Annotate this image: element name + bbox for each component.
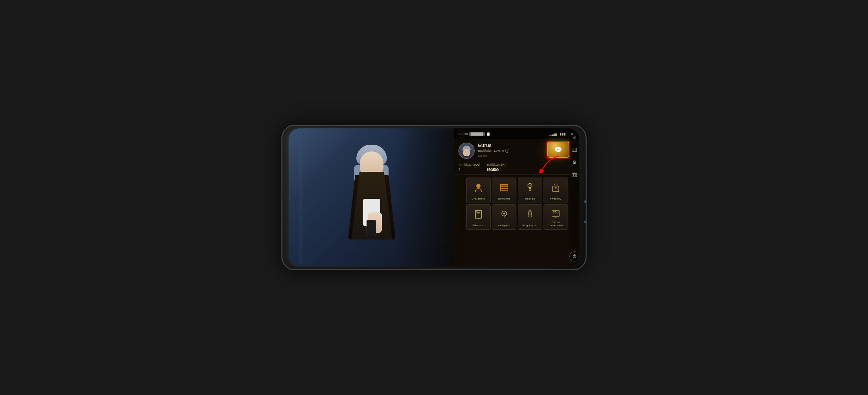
trailblaze-level-label-text: Trailblaze Level bbox=[458, 163, 480, 166]
anime-character bbox=[338, 138, 433, 267]
pillar-decoration bbox=[299, 135, 304, 264]
tutorials-icon-area bbox=[523, 181, 537, 194]
inventory-icon-area bbox=[549, 181, 563, 194]
uid-label: UID 80 bbox=[458, 132, 468, 136]
menu-item-missions[interactable]: Missions bbox=[466, 204, 491, 230]
svg-rect-4 bbox=[500, 190, 508, 191]
character-display-area bbox=[289, 128, 463, 267]
tutorials-label: Tutorials bbox=[525, 197, 535, 201]
svg-point-22 bbox=[553, 211, 554, 212]
trailblaze-level-stat: Trailblaze Level 2 bbox=[458, 163, 480, 172]
bug-report-icon-area bbox=[523, 207, 537, 221]
menu-item-inventory[interactable]: Inventory bbox=[544, 178, 568, 203]
svg-point-31 bbox=[573, 174, 575, 176]
menu-item-bug-report[interactable]: Bug Report bbox=[518, 204, 542, 230]
bookshelf-icon-area bbox=[497, 181, 511, 194]
characters-label: Characters bbox=[472, 197, 485, 201]
inventory-label: Inventory bbox=[550, 197, 561, 201]
copy-uid-icon[interactable]: 📋 bbox=[486, 132, 490, 136]
navigation-label: Navigation bbox=[498, 224, 511, 227]
menu-item-bookshelf[interactable]: Bookshelf bbox=[492, 178, 516, 203]
trailblaze-exp-label-text: Trailblaze EXP bbox=[487, 163, 507, 166]
uid-display: UID 80 ██████ 📋 bbox=[458, 132, 490, 136]
power-button[interactable]: ⏻ bbox=[569, 251, 579, 262]
battery-icon: ▮▮▮ bbox=[560, 132, 566, 136]
navigation-icon-area bbox=[497, 207, 511, 221]
volume-down-button[interactable] bbox=[281, 175, 282, 193]
communities-label: OfficialCommunities bbox=[548, 221, 564, 227]
svg-rect-8 bbox=[529, 188, 531, 190]
phone-screen: UID 80 ██████ 📋 ▁▃▅ ▮▮▮ ✕ bbox=[289, 128, 579, 267]
svg-rect-3 bbox=[500, 188, 508, 189]
phone-device: UID 80 ██████ 📋 ▁▃▅ ▮▮▮ ✕ bbox=[281, 125, 587, 270]
equilibrium-text: Equilibrium Level 0 bbox=[478, 149, 504, 152]
mail-button[interactable]: ✉ bbox=[571, 133, 578, 141]
trailblaze-exp-value: 150/500 bbox=[487, 168, 507, 172]
top-bar: UID 80 ██████ 📋 ▁▃▅ ▮▮▮ ✕ bbox=[454, 128, 579, 139]
power-side-button[interactable] bbox=[586, 170, 587, 193]
svg-point-18 bbox=[503, 213, 505, 214]
svg-rect-1 bbox=[500, 184, 508, 186]
avatar-head bbox=[463, 149, 470, 156]
player-avatar[interactable] bbox=[458, 143, 475, 159]
game-background: UID 80 ██████ 📋 ▁▃▅ ▮▮▮ ✕ bbox=[289, 128, 579, 267]
menu-item-characters[interactable]: Characters bbox=[466, 178, 491, 203]
bug-report-label: Bug Report bbox=[523, 224, 536, 227]
menu-item-tutorials[interactable]: Tutorials bbox=[518, 178, 542, 203]
trailblaze-stats: Trailblaze Level 2 Trailblaze EXP 150/50… bbox=[454, 161, 579, 175]
svg-rect-9 bbox=[529, 190, 531, 191]
char-held-phone bbox=[367, 220, 376, 236]
silent-switch[interactable] bbox=[281, 197, 282, 215]
volume-up-button[interactable] bbox=[281, 160, 282, 171]
menu-row-2: Missions Navigation bbox=[457, 204, 577, 230]
signal-icon: ▁▃▅ bbox=[549, 132, 557, 136]
missions-icon-area bbox=[472, 207, 485, 221]
missions-label: Missions bbox=[473, 224, 484, 227]
orb-badge: ··· bbox=[555, 147, 562, 152]
communities-icon-area bbox=[549, 207, 563, 221]
camera-button[interactable] bbox=[571, 171, 578, 179]
trailblaze-exp-label: Trailblaze EXP bbox=[487, 163, 507, 167]
characters-icon-area bbox=[472, 181, 485, 194]
orb-badge-text: ··· bbox=[557, 148, 560, 151]
trailblaze-level-value: 2 bbox=[458, 168, 480, 172]
trailblaze-exp-stat: Trailblaze EXP 150/500 bbox=[487, 163, 507, 172]
info-icon[interactable]: i bbox=[505, 149, 509, 153]
biometric-sensor-2 bbox=[584, 221, 587, 223]
svg-point-23 bbox=[555, 211, 556, 212]
trailblaze-level-label: Trailblaze Level bbox=[458, 163, 480, 167]
menu-row-1: Characters bbox=[457, 178, 577, 203]
menu-item-communities[interactable]: OfficialCommunities bbox=[544, 204, 568, 230]
right-side-actions: ✉ ⚙ bbox=[569, 128, 579, 267]
menu-grid: Characters bbox=[454, 175, 579, 234]
svg-point-27 bbox=[573, 149, 574, 150]
profile-section: Eurus Equilibrium Level 0 i No bio ··· bbox=[454, 139, 579, 161]
avatar-inner bbox=[459, 143, 474, 158]
menu-item-navigation[interactable]: Navigation bbox=[492, 204, 516, 230]
svg-rect-2 bbox=[500, 186, 508, 187]
biometric-sensor bbox=[584, 200, 587, 203]
bookshelf-label: Bookshelf bbox=[498, 197, 510, 201]
uid-value: ██████ bbox=[469, 132, 485, 136]
game-ui-panel: UID 80 ██████ 📋 ▁▃▅ ▮▮▮ ✕ bbox=[454, 128, 579, 267]
profile-card-button[interactable] bbox=[571, 146, 578, 153]
settings-button[interactable]: ⚙ bbox=[571, 159, 578, 166]
svg-rect-12 bbox=[555, 187, 556, 188]
achievement-orb-button[interactable]: ··· bbox=[547, 141, 569, 158]
